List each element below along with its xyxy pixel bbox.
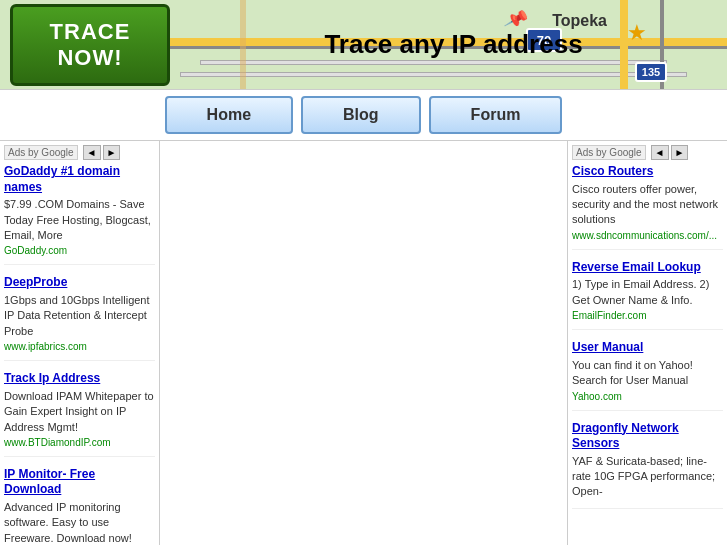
main-content: Ads by Google ◄ ► GoDaddy #1 domain name… [0, 141, 727, 545]
right-ad-1: Reverse Email Lookup 1) Type in Email Ad… [572, 260, 723, 330]
right-ad-2-title[interactable]: User Manual [572, 340, 723, 356]
left-ads-prev[interactable]: ◄ [83, 145, 101, 160]
left-ad-2: Track Ip Address Download IPAM Whitepape… [4, 371, 155, 457]
navigation: Home Blog Forum [0, 90, 727, 141]
right-ad-1-title[interactable]: Reverse Email Lookup [572, 260, 723, 276]
header: 70 135 ★ Topeka 📌 TRACE NOW! Trace any I… [0, 0, 727, 90]
left-ad-1-url[interactable]: www.ipfabrics.com [4, 341, 155, 352]
right-ad-3-desc: YAF & Suricata-based; line-rate 10G FPGA… [572, 454, 723, 500]
header-title: Trace any IP address [190, 29, 717, 60]
right-ad-2-desc: You can find it on Yahoo! Search for Use… [572, 358, 723, 389]
right-ad-0-url[interactable]: www.sdncommunications.com/... [572, 230, 723, 241]
left-ad-2-title[interactable]: Track Ip Address [4, 371, 155, 387]
left-ad-3-desc: Advanced IP monitoring software. Easy to… [4, 500, 155, 545]
right-ad-3-title[interactable]: Dragonfly Network Sensors [572, 421, 723, 452]
left-sidebar: Ads by Google ◄ ► GoDaddy #1 domain name… [0, 141, 160, 545]
right-ad-2: User Manual You can find it on Yahoo! Se… [572, 340, 723, 410]
left-ad-0-title[interactable]: GoDaddy #1 domain names [4, 164, 155, 195]
left-ad-0: GoDaddy #1 domain names $7.99 .COM Domai… [4, 164, 155, 265]
right-ads-prev[interactable]: ◄ [651, 145, 669, 160]
nav-home[interactable]: Home [165, 96, 293, 134]
left-ad-3-title[interactable]: IP Monitor- Free Download [4, 467, 155, 498]
left-ad-1: DeepProbe 1Gbps and 10Gbps Intelligent I… [4, 275, 155, 361]
right-ad-0: Cisco Routers Cisco routers offer power,… [572, 164, 723, 250]
left-ads-label: Ads by Google [4, 145, 78, 160]
right-ad-0-title[interactable]: Cisco Routers [572, 164, 723, 180]
center-content [160, 141, 567, 545]
right-ad-0-desc: Cisco routers offer power, security and … [572, 182, 723, 228]
left-ad-1-title[interactable]: DeepProbe [4, 275, 155, 291]
left-ad-0-desc: $7.99 .COM Domains - Save Today Free Hos… [4, 197, 155, 243]
right-ad-2-url[interactable]: Yahoo.com [572, 391, 723, 402]
left-ads-next[interactable]: ► [103, 145, 121, 160]
left-ad-3: IP Monitor- Free Download Advanced IP mo… [4, 467, 155, 545]
nav-forum[interactable]: Forum [429, 96, 563, 134]
nav-blog[interactable]: Blog [301, 96, 421, 134]
right-ads-next[interactable]: ► [671, 145, 689, 160]
right-ad-1-desc: 1) Type in Email Address. 2) Get Owner N… [572, 277, 723, 308]
left-ad-2-url[interactable]: www.BTDiamondIP.com [4, 437, 155, 448]
right-ads-header: Ads by Google ◄ ► [572, 145, 723, 160]
right-sidebar: Ads by Google ◄ ► Cisco Routers Cisco ro… [567, 141, 727, 545]
right-ad-3: Dragonfly Network Sensors YAF & Suricata… [572, 421, 723, 509]
left-ad-2-desc: Download IPAM Whitepaper to Gain Expert … [4, 389, 155, 435]
trace-now-button[interactable]: TRACE NOW! [10, 4, 170, 86]
left-ad-1-desc: 1Gbps and 10Gbps Intelligent IP Data Ret… [4, 293, 155, 339]
left-ad-0-url[interactable]: GoDaddy.com [4, 245, 155, 256]
right-ad-1-url[interactable]: EmailFinder.com [572, 310, 723, 321]
right-ads-label: Ads by Google [572, 145, 646, 160]
left-ads-header: Ads by Google ◄ ► [4, 145, 155, 160]
